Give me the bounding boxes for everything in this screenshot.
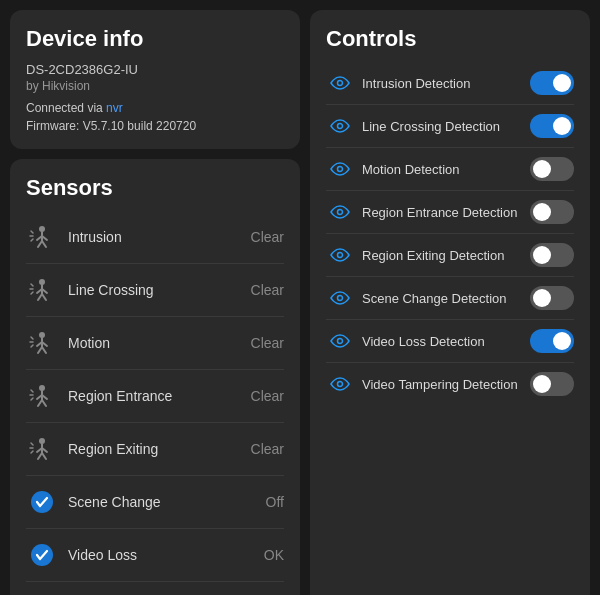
toggle-slider <box>530 157 574 181</box>
control-toggle[interactable] <box>530 157 574 181</box>
controls-title: Controls <box>326 26 574 52</box>
eye-icon <box>326 334 354 348</box>
sensor-status: Clear <box>251 282 284 298</box>
sensors-card: Sensors IntrusionClear Line CrossingClea… <box>10 159 300 595</box>
toggle-slider <box>530 243 574 267</box>
device-id: DS-2CD2386G2-IU <box>26 62 284 77</box>
svg-point-53 <box>338 296 343 301</box>
control-toggle[interactable] <box>530 71 574 95</box>
svg-line-23 <box>42 347 46 353</box>
sensor-name: Video Loss <box>68 547 264 563</box>
svg-point-49 <box>338 124 343 129</box>
svg-point-54 <box>338 339 343 344</box>
connected-label: Connected via <box>26 101 106 115</box>
sensor-name: Region Exiting <box>68 441 251 457</box>
device-by: by Hikvision <box>26 79 284 93</box>
eye-icon <box>326 76 354 90</box>
sensor-row: Line CrossingClear <box>26 264 284 317</box>
toggle-slider <box>530 200 574 224</box>
sensor-name: Line Crossing <box>68 282 251 298</box>
sensor-row: Video LossOK <box>26 529 284 582</box>
toggle-slider <box>530 71 574 95</box>
check-circle-icon <box>26 539 58 571</box>
control-row: Region Exiting Detection <box>326 234 574 277</box>
eye-icon <box>326 162 354 176</box>
svg-line-26 <box>31 345 33 347</box>
sensor-row: IntrusionClear <box>26 211 284 264</box>
control-toggle[interactable] <box>530 286 574 310</box>
control-row: Video Loss Detection <box>326 320 574 363</box>
control-name: Region Entrance Detection <box>362 205 530 220</box>
control-name: Motion Detection <box>362 162 530 177</box>
svg-line-35 <box>31 398 33 400</box>
eye-icon <box>326 205 354 219</box>
svg-line-24 <box>31 337 33 339</box>
controls-card: Controls Intrusion Detection Line Crossi… <box>310 10 590 595</box>
svg-point-51 <box>338 210 343 215</box>
check-circle-icon <box>26 486 58 518</box>
motion-icon <box>26 274 58 306</box>
svg-line-44 <box>31 451 33 453</box>
left-column: Device info DS-2CD2386G2-IU by Hikvision… <box>10 10 300 595</box>
control-name: Video Loss Detection <box>362 334 530 349</box>
svg-line-5 <box>42 241 46 247</box>
nvr-link[interactable]: nvr <box>106 101 123 115</box>
svg-line-33 <box>31 390 33 392</box>
control-name: Video Tampering Detection <box>362 377 530 392</box>
sensor-status: Clear <box>251 335 284 351</box>
toggle-slider <box>530 114 574 138</box>
sensor-row: MotionClear <box>26 317 284 370</box>
control-toggle[interactable] <box>530 372 574 396</box>
svg-point-50 <box>338 167 343 172</box>
svg-line-14 <box>42 294 46 300</box>
svg-point-55 <box>338 382 343 387</box>
sensor-status: Clear <box>251 388 284 404</box>
right-column: Controls Intrusion Detection Line Crossi… <box>310 10 590 595</box>
sensor-name: Intrusion <box>68 229 251 245</box>
svg-line-32 <box>42 400 46 406</box>
svg-line-41 <box>42 453 46 459</box>
svg-line-17 <box>31 292 33 294</box>
sensor-list: IntrusionClear Line CrossingClear Motion… <box>26 211 284 595</box>
control-row: Region Entrance Detection <box>326 191 574 234</box>
sensor-status: Off <box>266 494 284 510</box>
motion-icon <box>26 380 58 412</box>
sensor-name: Motion <box>68 335 251 351</box>
control-name: Line Crossing Detection <box>362 119 530 134</box>
svg-point-52 <box>338 253 343 258</box>
sensor-row: Video TamperingOff <box>26 582 284 595</box>
sensor-status: Clear <box>251 229 284 245</box>
sensor-row: Scene ChangeOff <box>26 476 284 529</box>
control-row: Motion Detection <box>326 148 574 191</box>
control-row: Intrusion Detection <box>326 62 574 105</box>
toggle-slider <box>530 372 574 396</box>
control-name: Region Exiting Detection <box>362 248 530 263</box>
sensor-name: Scene Change <box>68 494 266 510</box>
control-toggle[interactable] <box>530 114 574 138</box>
control-row: Scene Change Detection <box>326 277 574 320</box>
svg-line-6 <box>31 231 33 233</box>
toggle-slider <box>530 329 574 353</box>
sensor-status: OK <box>264 547 284 563</box>
eye-icon <box>326 377 354 391</box>
motion-icon <box>26 433 58 465</box>
control-row: Video Tampering Detection <box>326 363 574 405</box>
device-info-card: Device info DS-2CD2386G2-IU by Hikvision… <box>10 10 300 149</box>
eye-icon <box>326 248 354 262</box>
device-firmware: Firmware: V5.7.10 build 220720 <box>26 119 284 133</box>
sensor-row: Region ExitingClear <box>26 423 284 476</box>
control-toggle[interactable] <box>530 329 574 353</box>
motion-icon <box>26 221 58 253</box>
control-list: Intrusion Detection Line Crossing Detect… <box>326 62 574 595</box>
svg-point-46 <box>31 544 53 566</box>
sensor-row: Region EntranceClear <box>26 370 284 423</box>
svg-line-42 <box>31 443 33 445</box>
device-info-title: Device info <box>26 26 284 52</box>
control-row: Line Crossing Detection <box>326 105 574 148</box>
control-toggle[interactable] <box>530 243 574 267</box>
control-name: Intrusion Detection <box>362 76 530 91</box>
device-connected: Connected via nvr <box>26 101 284 115</box>
control-toggle[interactable] <box>530 200 574 224</box>
sensors-title: Sensors <box>26 175 284 201</box>
svg-point-45 <box>31 491 53 513</box>
